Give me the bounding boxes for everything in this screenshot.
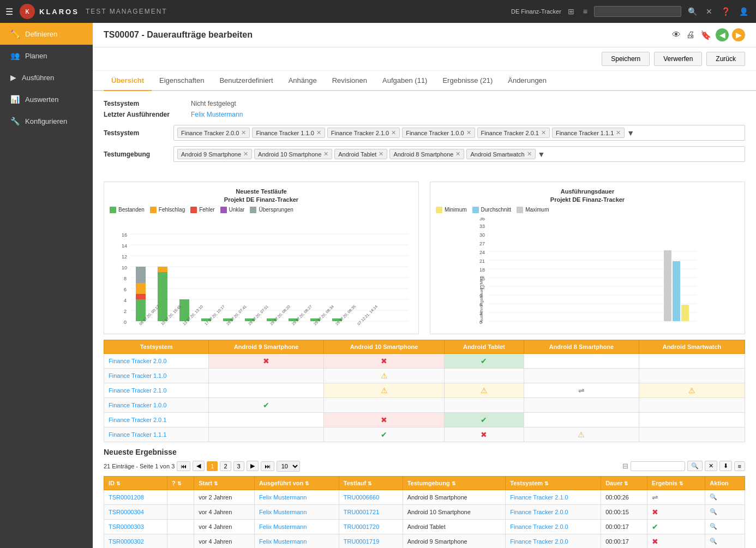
tab-anderungen[interactable]: Änderungen (500, 71, 554, 91)
sidebar-item-planen[interactable]: 👥 Planen (0, 45, 93, 67)
result-system-2[interactable]: Finance Tracker 2.0.0 (506, 504, 601, 519)
view-icon[interactable]: 👁 (671, 29, 682, 41)
filter-tag-ft100[interactable]: Finance Tracker 1.0.0 ✕ (402, 128, 475, 138)
search-action-icon[interactable]: 🔍 (710, 538, 717, 544)
result-executor-2[interactable]: Felix Mustermann (254, 504, 339, 519)
result-testrun-3[interactable]: TRU0001720 (339, 519, 403, 534)
remove-ft111[interactable]: ✕ (616, 129, 621, 136)
col-start[interactable]: Start ⇅ (194, 476, 255, 490)
back-button[interactable]: Zurück (706, 52, 745, 66)
ft100-name[interactable]: Finance Tracker 1.0.0 (104, 398, 209, 412)
filter-icon[interactable]: ⊟ (622, 462, 628, 470)
remove-ft100[interactable]: ✕ (466, 129, 471, 136)
clear-search-icon[interactable]: ✕ (704, 6, 715, 17)
col-id[interactable]: ID ⇅ (104, 476, 167, 490)
bookmark-icon[interactable]: 🔖 (699, 29, 712, 41)
col-duration[interactable]: Dauer ⇅ (601, 476, 647, 490)
result-id-1[interactable]: TSR0001208 (104, 490, 167, 504)
result-testrun-2[interactable]: TRU0001721 (339, 504, 403, 519)
project-copy-icon[interactable]: ⊞ (566, 6, 577, 17)
results-clear-button[interactable]: ✕ (705, 461, 717, 471)
sidebar-item-definieren[interactable]: ✏️ Definieren (0, 23, 93, 45)
results-search-button[interactable]: 🔍 (687, 461, 703, 471)
testumgebung-dropdown[interactable]: ▼ (538, 150, 545, 159)
last-page-button[interactable]: ⏭ (261, 461, 274, 471)
filter-tag-a10[interactable]: Android 10 Smartphone ✕ (254, 149, 332, 159)
result-id-4[interactable]: TSR0000302 (104, 534, 167, 548)
result-action-4[interactable]: 🔍 (705, 534, 745, 548)
filter-tag-ft210[interactable]: Finance Tracker 2.1.0 ✕ (327, 128, 400, 138)
result-testrun-4[interactable]: TRU0001719 (339, 534, 403, 548)
nav-back-button[interactable]: ◀ (716, 28, 729, 41)
search-action-icon[interactable]: 🔍 (710, 523, 717, 529)
ft110-name[interactable]: Finance Tracker 1.1.0 (104, 368, 209, 383)
prev-page-button[interactable]: ◀ (193, 461, 205, 471)
col-testrun[interactable]: Testlauf ⇅ (339, 476, 403, 490)
result-executor-1[interactable]: Felix Mustermann (254, 490, 339, 504)
search-action-icon[interactable]: 🔍 (710, 508, 717, 515)
next-page-button[interactable]: ▶ (247, 461, 259, 471)
testsystem-dropdown[interactable]: ▼ (627, 129, 634, 137)
result-id-2[interactable]: TSR0000304 (104, 504, 167, 519)
remove-a9[interactable]: ✕ (243, 150, 248, 158)
col-system[interactable]: Testsystem ⇅ (506, 476, 601, 490)
result-executor-3[interactable]: Felix Mustermann (254, 519, 339, 534)
per-page-select[interactable]: 10 25 50 (277, 461, 300, 472)
results-columns-button[interactable]: ≡ (734, 461, 745, 471)
remove-ft110[interactable]: ✕ (316, 129, 321, 136)
filter-tag-ft200[interactable]: Finance Tracker 2.0.0 ✕ (177, 128, 250, 138)
tab-eigenschaften[interactable]: Eigenschaften (152, 71, 212, 91)
testsystem-filter-tags[interactable]: Finance Tracker 2.0.0 ✕ Finance Tracker … (173, 125, 745, 141)
sidebar-item-ausfuehren[interactable]: ▶ Ausführen (0, 67, 93, 88)
help-icon[interactable]: ❓ (719, 6, 733, 17)
result-system-4[interactable]: Finance Tracker 2.0.0 (506, 534, 601, 548)
remove-ft210[interactable]: ✕ (391, 129, 396, 136)
global-search-input[interactable] (594, 6, 681, 17)
sidebar-item-auswerten[interactable]: 📊 Auswerten (0, 88, 93, 110)
filter-tag-ft201[interactable]: Finance Tracker 2.0.1 ✕ (477, 128, 550, 138)
tab-ergebnisse[interactable]: Ergebnisse (21) (435, 71, 500, 91)
tab-benutzerdefiniert[interactable]: Benutzerdefiniert (212, 71, 280, 91)
ausfuehrer-value[interactable]: Felix Mustermann (191, 111, 243, 118)
filter-tag-at[interactable]: Android Tablet ✕ (334, 149, 387, 159)
page-3-button[interactable]: 3 (233, 461, 244, 471)
filter-tag-aw[interactable]: Android Smartwatch ✕ (466, 149, 535, 159)
search-action-icon[interactable]: 🔍 (710, 493, 717, 500)
result-action-2[interactable]: 🔍 (705, 504, 745, 519)
sidebar-item-konfigurieren[interactable]: 🔧 Konfigurieren (0, 110, 93, 132)
ft200-name[interactable]: Finance Tracker 2.0.0 (104, 353, 209, 368)
col-executor[interactable]: Ausgeführt von ⇅ (254, 476, 339, 490)
remove-ft201[interactable]: ✕ (541, 129, 546, 136)
result-system-1[interactable]: Finance Tracker 2.1.0 (506, 490, 601, 504)
project-list-icon[interactable]: ≡ (581, 6, 590, 17)
result-action-1[interactable]: 🔍 (705, 490, 745, 504)
remove-aw[interactable]: ✕ (527, 150, 532, 158)
tab-ubersicht[interactable]: Übersicht (104, 71, 152, 91)
search-icon[interactable]: 🔍 (686, 6, 699, 17)
remove-at[interactable]: ✕ (379, 150, 383, 158)
tab-revisionen[interactable]: Revisionen (325, 71, 375, 91)
result-system-3[interactable]: Finance Tracker 2.0.0 (506, 519, 601, 534)
result-action-3[interactable]: 🔍 (705, 519, 745, 534)
testumgebung-filter-tags[interactable]: Android 9 Smartphone ✕ Android 10 Smartp… (173, 146, 745, 162)
discard-button[interactable]: Verwerfen (654, 52, 702, 66)
tab-aufgaben[interactable]: Aufgaben (11) (375, 71, 435, 91)
ft201-name[interactable]: Finance Tracker 2.0.1 (104, 412, 209, 427)
filter-tag-ft110[interactable]: Finance Tracker 1.1.0 ✕ (252, 128, 325, 138)
page-1-button[interactable]: 1 (207, 461, 218, 471)
filter-tag-ft111[interactable]: Finance Tracker 1.1.1 ✕ (552, 128, 625, 138)
tab-anhange[interactable]: Anhänge (281, 71, 325, 91)
filter-tag-a8[interactable]: Android 8 Smartphone ✕ (389, 149, 464, 159)
ft111-name[interactable]: Finance Tracker 1.1.1 (104, 427, 209, 442)
result-id-3[interactable]: TSR0000303 (104, 519, 167, 534)
save-button[interactable]: Speichern (602, 52, 650, 66)
menu-icon[interactable]: ☰ (5, 7, 13, 17)
remove-a10[interactable]: ✕ (323, 150, 328, 158)
results-search-input[interactable] (631, 461, 685, 471)
result-executor-4[interactable]: Felix Mustermann (254, 534, 339, 548)
col-prio[interactable]: ? ⇅ (167, 476, 194, 490)
nav-forward-button[interactable]: ▶ (732, 28, 745, 41)
user-icon[interactable]: 👤 (737, 6, 751, 17)
remove-ft200[interactable]: ✕ (241, 129, 246, 136)
col-env[interactable]: Testumgebung ⇅ (403, 476, 506, 490)
